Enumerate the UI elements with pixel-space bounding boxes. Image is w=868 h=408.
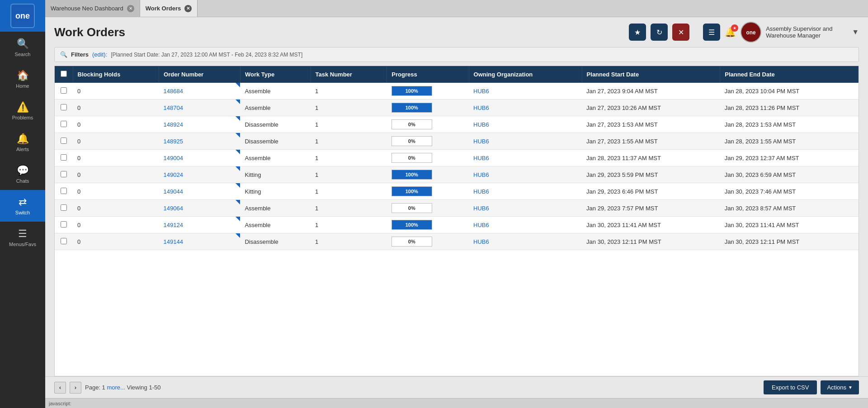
hub-link[interactable]: HUB6 xyxy=(473,238,489,245)
cell-owning-org: HUB6 xyxy=(469,200,582,217)
cell-work-type: Disassemble xyxy=(240,133,311,150)
cell-task-number: 1 xyxy=(311,166,387,183)
order-number-link[interactable]: 149124 xyxy=(164,222,183,228)
filter-edit-link[interactable]: (edit): xyxy=(92,51,107,58)
cell-owning-org: HUB6 xyxy=(469,166,582,183)
tab-warehouse[interactable]: Warehouse Neo Dashboard ✕ xyxy=(45,0,140,17)
row-checkbox[interactable] xyxy=(61,154,67,161)
row-checkbox[interactable] xyxy=(61,138,67,144)
corner-marker xyxy=(236,233,240,238)
more-link[interactable]: more... xyxy=(107,384,127,391)
cell-task-number: 1 xyxy=(311,116,387,133)
close-button[interactable]: ✕ xyxy=(672,24,689,41)
hub-link[interactable]: HUB6 xyxy=(473,205,489,212)
order-number-link[interactable]: 148925 xyxy=(164,138,183,145)
star-button[interactable]: ★ xyxy=(629,24,646,41)
cell-planned-end: Jan 30, 2023 12:11 PM MST xyxy=(720,233,859,250)
table-scroll[interactable]: Blocking Holds Order Number Work Type Ta… xyxy=(55,66,859,376)
sidebar-item-label: Menus/Favs xyxy=(9,242,36,247)
row-checkbox[interactable] xyxy=(61,188,67,194)
order-number-link[interactable]: 149024 xyxy=(164,171,183,178)
app-logo[interactable]: one xyxy=(10,4,35,28)
cell-work-type: Kitting xyxy=(240,183,311,200)
sidebar-item-problems[interactable]: ⚠️ Problems xyxy=(0,95,45,127)
hub-link[interactable]: HUB6 xyxy=(473,104,489,111)
row-checkbox[interactable] xyxy=(61,104,67,110)
hub-link[interactable]: HUB6 xyxy=(473,88,489,95)
row-checkbox[interactable] xyxy=(61,87,67,94)
js-bar-text: javascript: xyxy=(49,401,71,406)
cell-order-number: 148925 xyxy=(159,133,241,150)
page-header: Work Orders ★ ↻ ✕ ☰ 🔔 ★ one Assembly Sup… xyxy=(45,17,868,47)
row-checkbox[interactable] xyxy=(61,238,67,244)
logo-area: one xyxy=(0,0,45,32)
progress-bar: 0% xyxy=(392,136,432,146)
row-checkbox[interactable] xyxy=(61,121,67,127)
pagination: ‹ › Page: 1 more... Viewing 1-50 xyxy=(54,382,160,394)
progress-bar: 0% xyxy=(392,203,432,213)
tab-workorders[interactable]: Work Orders ✕ xyxy=(140,0,198,17)
notification-icon[interactable]: 🔔 ★ xyxy=(725,27,736,38)
cell-order-number: 148704 xyxy=(159,100,241,116)
corner-marker xyxy=(236,100,240,104)
cell-planned-end: Jan 29, 2023 12:37 AM MST xyxy=(720,150,859,166)
order-number-link[interactable]: 149004 xyxy=(164,155,183,161)
hub-link[interactable]: HUB6 xyxy=(473,188,489,195)
cell-blocking-holds: 0 xyxy=(73,150,159,166)
cell-work-type: Disassemble xyxy=(240,233,311,250)
cell-blocking-holds: 0 xyxy=(73,100,159,116)
cell-planned-start: Jan 28, 2023 11:37 AM MST xyxy=(582,150,720,166)
hub-link[interactable]: HUB6 xyxy=(473,138,489,145)
progress-label: 0% xyxy=(408,155,415,161)
order-number-link[interactable]: 149064 xyxy=(164,205,183,212)
cell-progress: 0% xyxy=(387,150,469,166)
order-number-link[interactable]: 148704 xyxy=(164,104,183,111)
content-area: Work Orders ★ ↻ ✕ ☰ 🔔 ★ one Assembly Sup… xyxy=(45,17,868,408)
cell-work-type: Assemble xyxy=(240,200,311,217)
tab-close-warehouse[interactable]: ✕ xyxy=(127,5,134,12)
table-row: 0149024Kitting1 100% HUB6Jan 29, 2023 5:… xyxy=(55,166,859,183)
order-number-link[interactable]: 148924 xyxy=(164,121,183,128)
progress-label: 0% xyxy=(408,138,415,144)
tab-close-workorders[interactable]: ✕ xyxy=(184,5,192,12)
user-name: Assembly Supervisor and Warehouse Manage… xyxy=(766,25,847,39)
table-row: 0149144Disassemble1 0% HUB6Jan 30, 2023 … xyxy=(55,233,859,250)
next-page-button[interactable]: › xyxy=(70,382,81,394)
cell-progress: 100% xyxy=(387,217,469,233)
order-number-link[interactable]: 149044 xyxy=(164,188,183,195)
hub-link[interactable]: HUB6 xyxy=(473,121,489,128)
row-checkbox[interactable] xyxy=(61,221,67,228)
col-progress: Progress xyxy=(387,66,469,83)
export-csv-button[interactable]: Export to CSV xyxy=(764,380,817,394)
table-row: 0149004Assemble1 0% HUB6Jan 28, 2023 11:… xyxy=(55,150,859,166)
sidebar-item-home[interactable]: 🏠 Home xyxy=(0,63,45,95)
sidebar-item-search[interactable]: 🔍 Search xyxy=(0,32,45,63)
col-planned-start: Planned Start Date xyxy=(582,66,720,83)
order-number-link[interactable]: 148684 xyxy=(164,88,183,95)
sidebar-item-switch[interactable]: ⇄ Switch xyxy=(0,190,45,222)
row-checkbox[interactable] xyxy=(61,171,67,177)
cell-work-type: Assemble xyxy=(240,83,311,100)
user-dropdown-button[interactable]: ▼ xyxy=(852,28,859,36)
sidebar-item-menus[interactable]: ☰ Menus/Favs xyxy=(0,222,45,253)
cell-task-number: 1 xyxy=(311,100,387,116)
hub-link[interactable]: HUB6 xyxy=(473,222,489,228)
actions-label: Actions xyxy=(827,384,846,391)
sidebar: one 🔍 Search 🏠 Home ⚠️ Problems 🔔 Alerts… xyxy=(0,0,45,408)
hamburger-button[interactable]: ☰ xyxy=(703,24,720,41)
row-checkbox[interactable] xyxy=(61,204,67,211)
cell-task-number: 1 xyxy=(311,83,387,100)
prev-page-button[interactable]: ‹ xyxy=(54,382,66,394)
select-all-checkbox[interactable] xyxy=(61,71,67,77)
actions-button[interactable]: Actions ▼ xyxy=(821,380,859,394)
corner-marker xyxy=(236,83,240,87)
order-number-link[interactable]: 149144 xyxy=(164,238,183,245)
sidebar-item-chats[interactable]: 💬 Chats xyxy=(0,158,45,190)
hub-link[interactable]: HUB6 xyxy=(473,171,489,178)
refresh-button[interactable]: ↻ xyxy=(651,24,668,41)
sidebar-item-alerts[interactable]: 🔔 Alerts xyxy=(0,127,45,158)
corner-marker xyxy=(236,116,240,121)
cell-order-number: 149144 xyxy=(159,233,241,250)
table-row: 0149044Kitting1 100% HUB6Jan 29, 2023 6:… xyxy=(55,183,859,200)
hub-link[interactable]: HUB6 xyxy=(473,155,489,161)
